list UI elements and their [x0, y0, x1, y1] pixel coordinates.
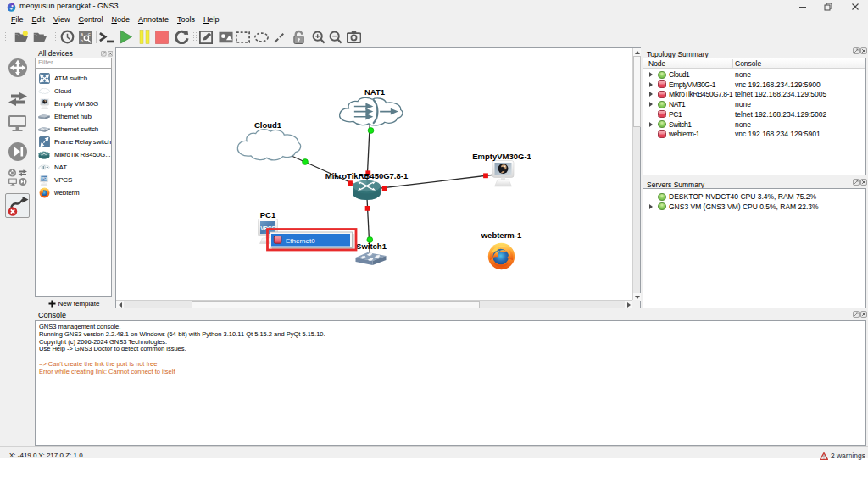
server-status-led — [658, 202, 666, 210]
suspend-button[interactable] — [136, 29, 153, 45]
draw-line-button[interactable] — [271, 29, 288, 45]
device-template-frame-relay-switch[interactable]: Frame Relay switch — [36, 136, 111, 149]
server-row[interactable]: GNS3 VM (GNS3 VM) CPU 0.5%, RAM 22.3% — [643, 202, 865, 212]
close-panel-icon[interactable] — [860, 179, 867, 186]
device-template-ethernet-switch[interactable]: Ethernet switch — [36, 123, 111, 136]
expand-arrow-icon[interactable] — [649, 102, 653, 107]
warnings-indicator[interactable]: 2 warnings — [820, 452, 865, 460]
console-output[interactable]: GNS3 management console.Running GNS3 ver… — [35, 320, 866, 446]
snapshot-button[interactable] — [58, 29, 75, 45]
screenshot-button[interactable] — [345, 29, 362, 45]
menu-node[interactable]: Node — [107, 14, 134, 25]
topology-row-cloud1[interactable]: Cloud1none — [643, 69, 865, 80]
expand-arrow-icon[interactable] — [649, 92, 653, 97]
device-template-webterm[interactable]: webterm — [36, 186, 111, 200]
reload-button[interactable] — [173, 29, 190, 45]
vertical-scroll-thumb[interactable] — [633, 56, 641, 127]
float-panel-icon[interactable] — [853, 311, 860, 318]
topology-row-mikrotikrb450g7-8-1[interactable]: MikroTikRB450G7.8-1telnet 192.168.234.12… — [643, 89, 865, 99]
expand-arrow-icon[interactable] — [649, 82, 653, 87]
zoom-out-button[interactable] — [327, 29, 344, 45]
console-all-button[interactable] — [98, 29, 115, 45]
device-template-mikrotik-rb450g-[interactable]: MikroTik RB450G... — [36, 148, 111, 162]
browse-security-devices-button[interactable] — [5, 139, 30, 164]
device-template-empty-vm-30g[interactable]: Empty VM 30G — [36, 97, 111, 111]
close-panel-icon[interactable] — [108, 51, 114, 57]
expand-arrow-icon[interactable] — [649, 122, 653, 127]
maximize-button[interactable] — [815, 0, 841, 14]
column-node[interactable]: Node — [648, 58, 665, 69]
menu-file[interactable]: File — [7, 14, 28, 25]
topology-row-emptyvm30g-1[interactable]: EmptyVM30G-1vnc 192.168.234.129:5900 — [643, 80, 865, 90]
nat-icon — [38, 162, 50, 174]
minimize-button[interactable] — [790, 0, 815, 14]
menu-edit[interactable]: Edit — [28, 14, 50, 25]
canvas-vertical-scrollbar[interactable] — [632, 48, 640, 301]
open-project-icon — [32, 30, 48, 45]
topology-row-pc1[interactable]: PC1telnet 192.168.234.129:5002 — [643, 109, 865, 119]
server-info: GNS3 VM (GNS3 VM) CPU 0.5%, RAM 22.3% — [669, 202, 819, 211]
device-template-vpcs[interactable]: VPCS — [36, 174, 111, 187]
device-template-nat[interactable]: NAT — [36, 161, 111, 175]
toolbar-drag-handle[interactable] — [52, 31, 56, 42]
menu-annotate[interactable]: Annotate — [134, 14, 173, 25]
switches-icon — [8, 92, 28, 107]
device-template-cloud[interactable]: Cloud — [36, 85, 111, 98]
device-template-label: Cloud — [54, 87, 71, 95]
canvas-horizontal-scrollbar[interactable] — [116, 300, 632, 308]
node-nat1[interactable] — [340, 97, 403, 125]
node-switch1[interactable] — [356, 252, 387, 265]
add-note-button[interactable] — [198, 29, 214, 45]
horizontal-scroll-thumb[interactable] — [192, 301, 480, 308]
new-template-button[interactable]: New template — [34, 298, 114, 309]
expand-arrow-icon[interactable] — [649, 204, 653, 209]
toolbar-drag-handle[interactable] — [192, 31, 197, 42]
close-button[interactable] — [843, 0, 868, 14]
expand-arrow-icon[interactable] — [649, 72, 653, 77]
add-link-button[interactable] — [5, 193, 30, 218]
close-panel-icon[interactable] — [860, 47, 867, 54]
new-project-button[interactable] — [13, 29, 30, 45]
browse-switches-button[interactable] — [5, 86, 30, 111]
column-console[interactable]: Console — [735, 58, 761, 69]
device-template-ethernet-hub[interactable]: Ethernet hub — [36, 110, 111, 124]
float-panel-icon[interactable] — [853, 47, 860, 54]
scroll-left-button[interactable] — [116, 301, 124, 308]
menu-control[interactable]: Control — [74, 14, 107, 25]
scroll-right-button[interactable] — [625, 301, 632, 308]
draw-rectangle-button[interactable] — [234, 29, 251, 45]
open-project-button[interactable] — [31, 29, 48, 45]
insert-picture-button[interactable] — [217, 29, 234, 45]
close-panel-icon[interactable] — [860, 311, 867, 318]
draw-ellipse-button[interactable] — [253, 29, 270, 45]
interface-labels-button[interactable]: acb — [77, 29, 94, 45]
lock-button[interactable] — [290, 29, 307, 45]
node-console: none — [735, 100, 751, 108]
menu-view[interactable]: View — [49, 14, 74, 25]
topology-row-switch1[interactable]: Switch1none — [643, 119, 865, 130]
float-panel-icon[interactable] — [853, 179, 860, 186]
device-filter-input[interactable]: Filter — [35, 58, 112, 69]
topology-row-nat1[interactable]: NAT1none — [643, 99, 865, 109]
toolbar-drag-handle[interactable] — [2, 31, 6, 42]
node-mikrotikrb450g7-8-1[interactable] — [353, 180, 381, 200]
zoom-in-button[interactable] — [310, 29, 327, 45]
browse-end-devices-button[interactable] — [5, 111, 30, 136]
menu-tools[interactable]: Tools — [173, 14, 199, 25]
topology-canvas[interactable]: VPCS — [115, 47, 641, 308]
start-button[interactable] — [118, 29, 135, 45]
browse-routers-button[interactable] — [5, 55, 30, 80]
node-console: telnet 192.168.234.129:5005 — [735, 90, 826, 98]
float-panel-icon[interactable] — [101, 51, 107, 57]
node-webterm-1[interactable] — [488, 243, 515, 269]
node-emptyvm30g-1[interactable] — [492, 161, 514, 187]
server-row[interactable]: DESKTOP-NVDCT40 CPU 3.4%, RAM 75.2% — [643, 191, 865, 202]
node-cloud1[interactable] — [237, 130, 300, 160]
device-template-atm-switch[interactable]: ATM switch — [36, 72, 111, 86]
scroll-up-button[interactable] — [633, 48, 641, 56]
port-stopped-indicator — [483, 173, 488, 178]
browse-all-devices-button[interactable] — [5, 165, 30, 190]
stop-button[interactable] — [153, 29, 170, 45]
topology-row-webterm-1[interactable]: webterm-1vnc 192.168.234.129:5901 — [643, 129, 865, 139]
menu-help[interactable]: Help — [199, 14, 224, 25]
